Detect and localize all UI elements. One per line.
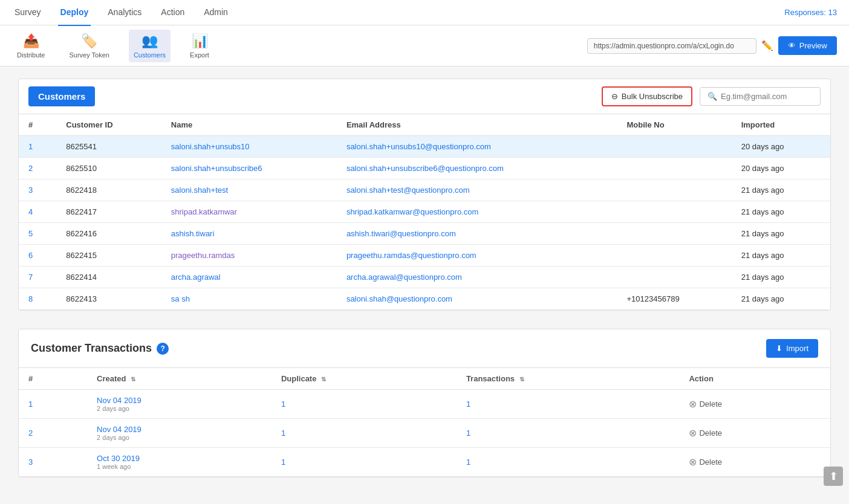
help-icon[interactable]: ? bbox=[157, 343, 169, 355]
delete-button[interactable]: ⊗ Delete bbox=[689, 398, 722, 410]
unsubscribe-icon: ⊖ bbox=[611, 92, 618, 101]
nav-admin[interactable]: Admin bbox=[201, 0, 230, 26]
cell-email: saloni.shah+test@questionpro.com bbox=[337, 179, 617, 201]
sort-created-icon[interactable]: ⇅ bbox=[131, 376, 135, 383]
trans-col-transactions: Transactions ⇅ bbox=[457, 368, 680, 390]
toolbar-survey-token[interactable]: 🏷️ Survey Token bbox=[64, 30, 114, 62]
cell-id: 8622413 bbox=[56, 288, 161, 310]
cell-imported: 21 days ago bbox=[732, 201, 830, 223]
cell-id: 8625510 bbox=[56, 158, 161, 179]
cell-duplicate: 1 bbox=[272, 419, 457, 448]
col-num: # bbox=[19, 114, 56, 136]
cell-imported: 21 days ago bbox=[732, 223, 830, 245]
cell-mobile bbox=[617, 223, 732, 245]
nav-action[interactable]: Action bbox=[158, 0, 187, 26]
delete-circle-icon: ⊗ bbox=[689, 427, 697, 439]
customers-section: Customers ⊖ Bulk Unsubscribe 🔍 # Custome… bbox=[18, 79, 831, 311]
cell-mobile bbox=[617, 201, 732, 223]
cell-created: Nov 04 2019 2 days ago bbox=[87, 390, 272, 419]
url-input[interactable] bbox=[587, 38, 756, 54]
cell-mobile bbox=[617, 158, 732, 179]
toolbar-customers[interactable]: 👥 Customers bbox=[129, 30, 171, 62]
table-row: 1 Nov 04 2019 2 days ago 1 1 ⊗ Delete bbox=[19, 390, 830, 419]
trans-col-action: Action bbox=[679, 368, 830, 390]
cell-action: ⊗ Delete bbox=[679, 419, 830, 448]
table-row: 8 8622413 sa sh saloni.shah@questionpro.… bbox=[19, 288, 830, 310]
responses-count: Responses: 13 bbox=[784, 8, 837, 17]
cell-num: 1 bbox=[19, 136, 56, 158]
toolbar-distribute[interactable]: 📤 Distribute bbox=[12, 30, 50, 62]
table-row: 2 Nov 04 2019 2 days ago 1 1 ⊗ Delete bbox=[19, 419, 830, 448]
eye-icon: 👁 bbox=[788, 41, 796, 50]
transactions-title-text: Customer Transactions bbox=[31, 342, 152, 355]
toolbar-export[interactable]: 📊 Export bbox=[185, 30, 214, 62]
cell-mobile bbox=[617, 179, 732, 201]
cell-imported: 20 days ago bbox=[732, 136, 830, 158]
delete-button[interactable]: ⊗ Delete bbox=[689, 456, 722, 468]
transactions-header: Customer Transactions ? ⬇ Import bbox=[19, 329, 830, 368]
cell-num: 4 bbox=[19, 201, 56, 223]
transactions-table-header: # Created ⇅ Duplicate ⇅ Transactions ⇅ A… bbox=[19, 368, 830, 390]
edit-url-button[interactable]: ✏️ bbox=[761, 40, 773, 51]
toolbar-customers-label: Customers bbox=[134, 51, 166, 59]
cell-created: Nov 04 2019 2 days ago bbox=[87, 419, 272, 448]
table-row: 7 8622414 archa.agrawal archa.agrawal@qu… bbox=[19, 267, 830, 288]
cell-action: ⊗ Delete bbox=[679, 390, 830, 419]
delete-label: Delete bbox=[699, 428, 722, 438]
cell-action: ⊗ Delete bbox=[679, 448, 830, 477]
date-main: Nov 04 2019 bbox=[97, 396, 262, 405]
search-icon: 🔍 bbox=[708, 92, 717, 101]
search-box: 🔍 bbox=[700, 87, 821, 106]
cell-mobile bbox=[617, 136, 732, 158]
cell-name: sa sh bbox=[161, 288, 337, 310]
cell-mobile bbox=[617, 267, 732, 288]
date-sub: 1 week ago bbox=[97, 463, 262, 470]
import-button[interactable]: ⬇ Import bbox=[766, 339, 818, 358]
import-label: Import bbox=[786, 344, 808, 353]
transactions-title: Customer Transactions ? bbox=[31, 342, 169, 355]
cell-id: 8622415 bbox=[56, 245, 161, 267]
nav-survey[interactable]: Survey bbox=[12, 0, 44, 26]
bulk-unsub-label: Bulk Unsubscribe bbox=[622, 92, 683, 101]
col-email: Email Address bbox=[337, 114, 617, 136]
cell-id: 8622416 bbox=[56, 223, 161, 245]
import-icon: ⬇ bbox=[776, 344, 782, 353]
trans-col-num: # bbox=[19, 368, 87, 390]
cell-id: 8622417 bbox=[56, 201, 161, 223]
top-nav: Survey Deploy Analytics Action Admin Res… bbox=[0, 0, 849, 25]
search-input[interactable] bbox=[721, 92, 818, 101]
table-row: 3 Oct 30 2019 1 week ago 1 1 ⊗ Delete bbox=[19, 448, 830, 477]
nav-analytics[interactable]: Analytics bbox=[105, 0, 144, 26]
cell-name: saloni.shah+test bbox=[161, 179, 337, 201]
sort-duplicate-icon[interactable]: ⇅ bbox=[321, 376, 326, 383]
cell-name: saloni.shah+unsubscribe6 bbox=[161, 158, 337, 179]
cell-mobile: +10123456789 bbox=[617, 288, 732, 310]
cell-imported: 21 days ago bbox=[732, 267, 830, 288]
cell-transactions: 1 bbox=[457, 419, 680, 448]
nav-deploy[interactable]: Deploy bbox=[58, 0, 91, 26]
preview-button[interactable]: 👁 Preview bbox=[778, 36, 837, 55]
cell-email: shripad.katkamwar@questionpro.com bbox=[337, 201, 617, 223]
cell-name: archa.agrawal bbox=[161, 267, 337, 288]
cell-imported: 20 days ago bbox=[732, 158, 830, 179]
table-row: 6 8622415 prageethu.ramdas prageethu.ram… bbox=[19, 245, 830, 267]
col-name: Name bbox=[161, 114, 337, 136]
trans-col-created: Created ⇅ bbox=[87, 368, 272, 390]
bulk-unsubscribe-button[interactable]: ⊖ Bulk Unsubscribe bbox=[602, 86, 692, 106]
trans-col-duplicate: Duplicate ⇅ bbox=[272, 368, 457, 390]
customers-icon: 👥 bbox=[142, 33, 158, 49]
cell-name: saloni.shah+unsubs10 bbox=[161, 136, 337, 158]
delete-button[interactable]: ⊗ Delete bbox=[689, 427, 722, 439]
toolbar-items: 📤 Distribute 🏷️ Survey Token 👥 Customers… bbox=[12, 30, 214, 62]
table-row: 4 8622417 shripad.katkamwar shripad.katk… bbox=[19, 201, 830, 223]
col-customer-id: Customer ID bbox=[56, 114, 161, 136]
cell-mobile bbox=[617, 245, 732, 267]
cell-id: 8625541 bbox=[56, 136, 161, 158]
cell-num: 6 bbox=[19, 245, 56, 267]
survey-token-icon: 🏷️ bbox=[81, 33, 97, 49]
cell-email: saloni.shah@questionpro.com bbox=[337, 288, 617, 310]
customers-header: Customers ⊖ Bulk Unsubscribe 🔍 bbox=[19, 79, 830, 114]
sort-transactions-icon[interactable]: ⇅ bbox=[519, 376, 524, 383]
customers-header-right: ⊖ Bulk Unsubscribe 🔍 bbox=[602, 86, 821, 106]
scroll-to-top-button[interactable]: ⬆ bbox=[824, 467, 843, 486]
